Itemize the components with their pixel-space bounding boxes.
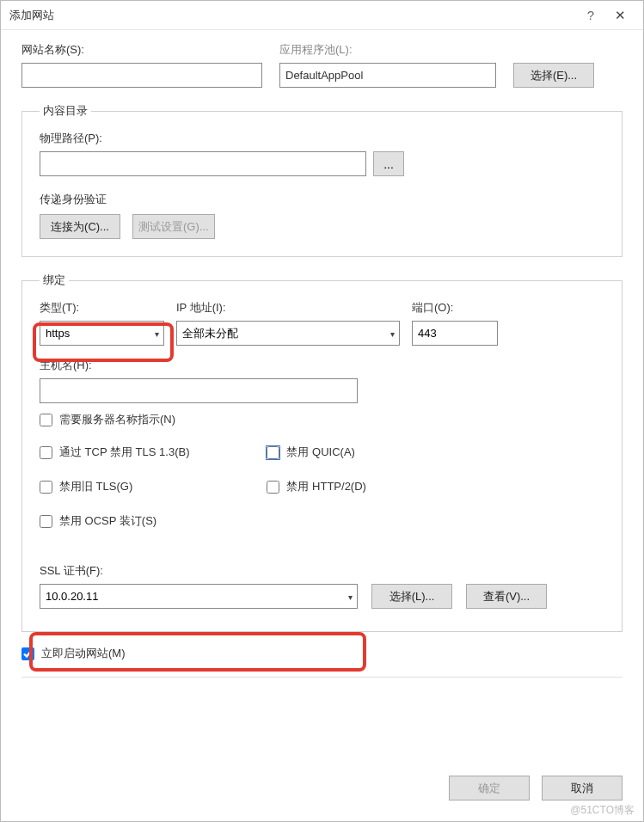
start-immediately-checkbox[interactable] [21,647,34,660]
disable-old-tls-row[interactable]: 禁用旧 TLS(G) [40,479,189,494]
close-button[interactable]: ✕ [605,8,635,23]
physical-path-input[interactable] [40,151,366,176]
test-settings-button: 测试设置(G)... [132,214,215,239]
disable-http2-checkbox[interactable] [267,481,279,494]
window-title: 添加网站 [9,8,576,23]
disable-ocsp-checkbox[interactable] [40,515,52,528]
content-directory-legend: 内容目录 [40,103,91,119]
disable-tls13-label: 通过 TCP 禁用 TLS 1.3(B) [59,445,189,460]
disable-http2-row[interactable]: 禁用 HTTP/2(D) [267,479,365,494]
binding-group: 绑定 类型(T): ▾ IP 地址(I): ▾ [21,273,623,632]
ok-button: 确定 [449,776,530,801]
connect-as-button[interactable]: 连接为(C)... [40,214,120,239]
disable-old-tls-label: 禁用旧 TLS(G) [59,479,132,494]
ip-address-select[interactable] [176,321,400,346]
disable-tls13-checkbox[interactable] [40,446,52,459]
port-label: 端口(O): [412,300,498,316]
binding-legend: 绑定 [40,273,69,288]
content-directory-group: 内容目录 物理路径(P): ... 传递身份验证 连接为(C)... 测试设置(… [21,103,623,257]
passthrough-auth-label: 传递身份验证 [40,192,604,207]
add-website-dialog: 添加网站 ? ✕ 网站名称(S): 应用程序池(L): DefaultAppPo… [0,0,644,822]
hostname-label: 主机名(H): [40,358,604,373]
start-immediately-row[interactable]: 立即启动网站(M) [21,646,623,661]
browse-button[interactable]: ... [373,151,404,176]
disable-tls13-row[interactable]: 通过 TCP 禁用 TLS 1.3(B) [40,445,189,460]
disable-ocsp-row[interactable]: 禁用 OCSP 装订(S) [40,513,189,529]
separator [21,677,623,678]
physical-path-label: 物理路径(P): [40,131,604,146]
type-label: 类型(T): [40,300,164,316]
disable-ocsp-label: 禁用 OCSP 装订(S) [59,513,156,529]
watermark: @51CTO博客 [570,803,635,818]
ssl-view-button[interactable]: 查看(V)... [466,584,547,609]
disable-quic-label: 禁用 QUIC(A) [286,445,354,460]
sni-checkbox-row[interactable]: 需要服务器名称指示(N) [40,412,604,427]
ssl-cert-select[interactable] [40,584,358,609]
site-name-input[interactable] [21,63,262,88]
cancel-button[interactable]: 取消 [542,776,623,801]
type-select[interactable] [40,321,164,346]
disable-http2-label: 禁用 HTTP/2(D) [286,479,365,494]
site-name-label: 网站名称(S): [21,42,262,58]
sni-checkbox-label: 需要服务器名称指示(N) [59,412,175,427]
port-input[interactable] [412,321,498,346]
hostname-input[interactable] [40,378,358,403]
ip-address-label: IP 地址(I): [176,300,400,316]
ssl-cert-label: SSL 证书(F): [40,563,604,579]
help-button[interactable]: ? [576,8,605,22]
app-pool-label: 应用程序池(L): [279,42,496,58]
disable-quic-checkbox[interactable] [267,446,279,459]
titlebar: 添加网站 ? ✕ [1,1,643,30]
sni-checkbox[interactable] [40,414,52,426]
select-app-pool-button[interactable]: 选择(E)... [513,63,594,88]
app-pool-display: DefaultAppPool [279,63,496,88]
start-immediately-label: 立即启动网站(M) [41,646,126,661]
disable-quic-row[interactable]: 禁用 QUIC(A) [267,445,365,460]
disable-old-tls-checkbox[interactable] [40,481,52,494]
ssl-select-button[interactable]: 选择(L)... [371,584,452,609]
